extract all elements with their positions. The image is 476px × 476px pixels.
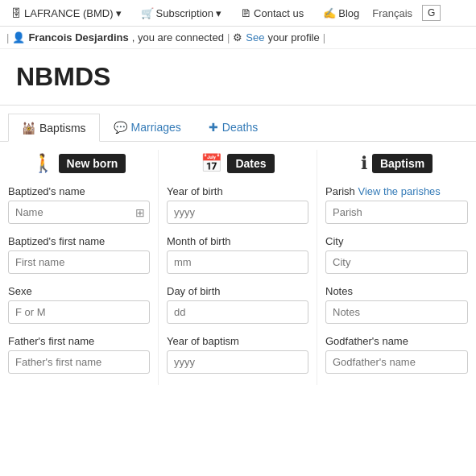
francais-link[interactable]: Français — [367, 6, 417, 21]
label-parish: Parish View the parishes — [325, 185, 468, 197]
view-parishes-link[interactable]: View the parishes — [358, 185, 440, 197]
field-year-birth: Year of birth — [167, 185, 308, 224]
tab-deaths[interactable]: ✚ Deaths — [195, 114, 271, 141]
section-header-newborn: 🚶 New born — [8, 153, 150, 174]
tabs: 🕍 Baptisms 💬 Marriages ✚ Deaths — [0, 106, 476, 142]
label-baptized-firstname: Baptized's first name — [8, 235, 150, 247]
label-day-birth: Day of birth — [167, 285, 308, 297]
form-col-baptism: ℹ Baptism Parish View the parishes City … — [317, 150, 476, 385]
info-icon: ℹ — [361, 153, 367, 174]
input-month-birth[interactable] — [167, 250, 308, 274]
input-year-baptism[interactable] — [167, 350, 308, 374]
field-godfather-name: Godfather's name — [325, 335, 468, 374]
gear-icon: ⚙ — [233, 31, 242, 43]
field-baptized-name: Baptized's name ⊞ — [8, 185, 150, 224]
form-col-newborn: 🚶 New born Baptized's name ⊞ Baptized's … — [0, 150, 159, 385]
database-icon: 🗄 — [11, 7, 22, 19]
input-godfather-name[interactable] — [325, 350, 468, 374]
calendar-icon: 📅 — [201, 153, 222, 174]
input-wrapper-name: ⊞ — [8, 201, 150, 224]
input-year-birth[interactable] — [167, 201, 308, 224]
user-icon: 👤 — [12, 31, 25, 43]
form-area: 🚶 New born Baptized's name ⊞ Baptized's … — [0, 142, 476, 385]
tab-baptisms[interactable]: 🕍 Baptisms — [8, 114, 100, 142]
brand-chevron-icon: ▾ — [116, 7, 122, 19]
person-icon: 🕍 — [22, 122, 35, 135]
subscription-chevron-icon: ▾ — [216, 7, 221, 19]
label-year-birth: Year of birth — [167, 185, 308, 197]
field-baptized-firstname: Baptized's first name — [8, 235, 150, 274]
label-year-baptism: Year of baptism — [167, 335, 308, 347]
field-month-birth: Month of birth — [167, 235, 308, 274]
subscription-link[interactable]: 🛒 Subscription ▾ — [136, 6, 227, 21]
input-sexe[interactable] — [8, 300, 150, 324]
tab-marriages[interactable]: 💬 Marriages — [100, 114, 195, 141]
baptism-badge: Baptism — [372, 154, 433, 173]
blog-icon: ✍ — [323, 7, 336, 19]
field-year-baptism: Year of baptism — [167, 335, 308, 374]
profile-bar: | 👤 Francois Desjardins , you are connec… — [0, 27, 476, 49]
cross-icon: ✚ — [209, 121, 218, 134]
label-father-firstname: Father's first name — [8, 335, 150, 347]
field-parish: Parish View the parishes — [325, 185, 468, 224]
rings-icon: 💬 — [114, 121, 127, 134]
input-baptized-name[interactable] — [8, 201, 150, 224]
section-header-dates: 📅 Dates — [167, 153, 308, 174]
form-col-dates: 📅 Dates Year of birth Month of birth Day… — [159, 150, 317, 385]
label-baptized-name: Baptized's name — [8, 185, 150, 197]
user-initial-box[interactable]: G — [422, 5, 441, 21]
profile-name: Francois Desjardins — [28, 31, 128, 43]
newborn-badge: New born — [59, 154, 126, 173]
contact-us-link[interactable]: 🖹 Contact us — [236, 6, 308, 21]
field-notes: Notes — [325, 285, 468, 324]
envelope-icon: 🖹 — [241, 7, 251, 19]
blog-link[interactable]: ✍ Blog — [318, 6, 364, 21]
navbar-brand[interactable]: 🗄 LAFRANCE (BMD) ▾ — [6, 6, 126, 21]
input-city[interactable] — [325, 250, 468, 274]
label-godfather-name: Godfather's name — [325, 335, 468, 347]
see-profile-link[interactable]: See — [246, 31, 264, 43]
dates-badge: Dates — [227, 154, 274, 173]
field-city: City — [325, 235, 468, 274]
navbar: 🗄 LAFRANCE (BMD) ▾ 🛒 Subscription ▾ 🖹 Co… — [0, 0, 476, 27]
app-title-section: NBMDS — [0, 49, 476, 106]
field-father-firstname: Father's first name — [8, 335, 150, 374]
newborn-person-icon: 🚶 — [32, 153, 54, 174]
input-notes[interactable] — [325, 300, 468, 324]
input-father-firstname[interactable] — [8, 350, 150, 374]
section-header-baptism: ℹ Baptism — [325, 153, 468, 174]
field-sexe: Sexe — [8, 285, 150, 324]
label-notes: Notes — [325, 285, 468, 297]
label-month-birth: Month of birth — [167, 235, 308, 247]
input-day-birth[interactable] — [167, 300, 308, 324]
input-baptized-firstname[interactable] — [8, 250, 150, 274]
cart-icon: 🛒 — [141, 7, 154, 19]
label-city: City — [325, 235, 468, 247]
app-title: NBMDS — [16, 62, 460, 92]
label-sexe: Sexe — [8, 285, 150, 297]
input-parish[interactable] — [325, 201, 468, 224]
field-day-birth: Day of birth — [167, 285, 308, 324]
connected-text: , you are connected — [132, 31, 224, 43]
profile-text: your profile — [267, 31, 319, 43]
